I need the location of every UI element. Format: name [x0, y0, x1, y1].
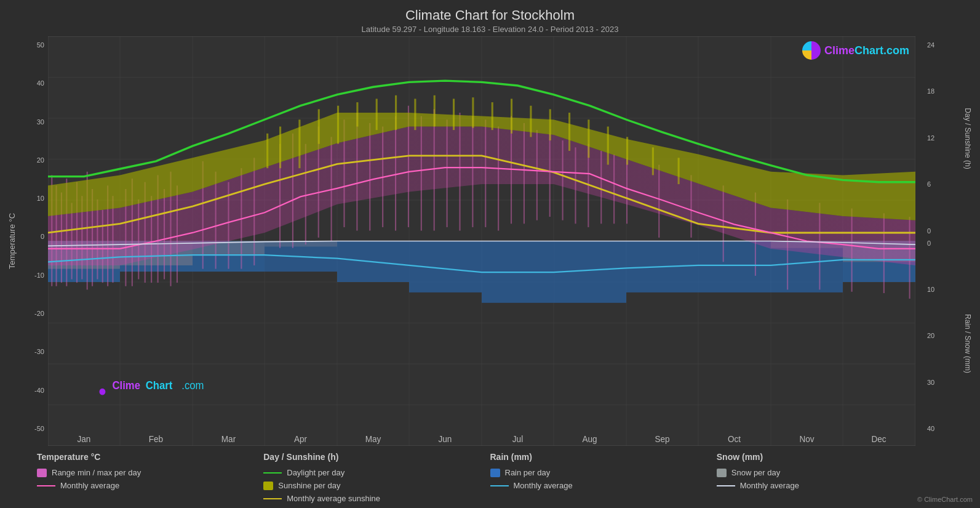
legend-sunshine-title: Day / Sunshine (h): [263, 452, 490, 462]
svg-text:Mar: Mar: [221, 434, 236, 445]
temp-avg-swatch: [37, 485, 55, 486]
svg-rect-73: [305, 144, 306, 244]
logo-text: ClimeChart.com: [824, 44, 909, 57]
svg-rect-84: [447, 119, 448, 227]
snow-avg-swatch: [717, 485, 735, 486]
chart-container: Climate Chart for Stockholm Latitude 59.…: [0, 0, 980, 508]
svg-rect-126: [588, 119, 589, 158]
svg-rect-122: [511, 99, 512, 133]
copyright: © ClimeChart.com: [917, 496, 973, 503]
svg-rect-91: [536, 130, 538, 220]
svg-rect-120: [472, 97, 474, 128]
legend-snow-avg: Monthly average: [717, 481, 943, 490]
legend-rain-per-day-label: Rain per day: [505, 468, 551, 477]
y-tick-right-bottom: 0: [925, 240, 955, 247]
right-top-axis: 24181260: [925, 41, 955, 237]
y-tick-right-bottom: 10: [925, 286, 955, 293]
svg-rect-92: [549, 134, 551, 217]
y-tick-left: 30: [25, 118, 47, 126]
svg-rect-111: [298, 119, 300, 168]
svg-rect-130: [678, 158, 680, 184]
rain-swatch: [490, 469, 500, 477]
chart-plot: Jan Feb Mar Apr May Jun Jul Aug Sep Oct …: [48, 36, 915, 446]
y-tick-left: 10: [25, 195, 47, 202]
svg-rect-115: [376, 99, 378, 130]
y-tick-left: 20: [25, 156, 47, 164]
legend-snow-title: Snow (mm): [717, 452, 943, 462]
svg-rect-70: [253, 158, 255, 265]
svg-rect-99: [658, 165, 659, 238]
right-top-title-container: Day / Sunshine (h): [955, 36, 980, 241]
svg-rect-59: [138, 200, 139, 280]
legend-temp-avg: Monthly average: [37, 481, 263, 490]
chart-body: Temperature °C 50403020100-10-20-30-40-5…: [0, 36, 980, 446]
svg-rect-34: [698, 241, 771, 292]
svg-rect-119: [453, 99, 455, 130]
svg-rect-61: [151, 196, 152, 283]
chart-svg: Jan Feb Mar Apr May Jun Jul Aug Sep Oct …: [48, 36, 915, 446]
svg-rect-63: [164, 189, 165, 280]
svg-rect-113: [337, 106, 339, 144]
svg-text:Jun: Jun: [439, 434, 452, 445]
svg-rect-96: [600, 151, 602, 224]
svg-rect-93: [562, 140, 564, 220]
svg-rect-125: [568, 113, 570, 151]
right-y-axes: 24181260 010203040: [925, 36, 955, 446]
legend-temp-avg-label: Monthly average: [60, 481, 119, 490]
temp-range-swatch: [37, 469, 47, 477]
svg-rect-103: [787, 200, 788, 290]
legend-sunshine-avg-label: Monthly average sunshine: [287, 494, 380, 503]
svg-rect-65: [177, 185, 178, 283]
sunshine-swatch: [263, 482, 273, 490]
y-tick-left: 0: [25, 233, 47, 240]
svg-text:Sep: Sep: [655, 434, 669, 445]
y-tick-left: -30: [25, 348, 47, 355]
right-axis-title-bottom: Rain / Snow (mm): [963, 282, 972, 405]
svg-rect-117: [414, 99, 416, 130]
legend-rain-per-day: Rain per day: [490, 468, 717, 477]
svg-text:Clime: Clime: [112, 379, 140, 392]
y-tick-left: 40: [25, 79, 47, 87]
legend-daylight-label: Daylight per day: [287, 468, 345, 477]
right-axis-spacer: [915, 36, 925, 446]
svg-text:Aug: Aug: [582, 434, 597, 445]
svg-rect-110: [279, 127, 281, 169]
svg-rect-88: [498, 127, 499, 231]
left-axis-title-container: Temperature °C: [0, 36, 25, 446]
legend-daylight: Daylight per day: [263, 468, 490, 477]
svg-rect-86: [472, 116, 473, 227]
y-tick-left: -20: [25, 310, 47, 317]
right-bottom-axis: 010203040: [925, 237, 955, 433]
svg-rect-87: [485, 119, 486, 227]
svg-rect-48: [71, 203, 73, 280]
snow-swatch: [717, 469, 727, 477]
legend-rain-title: Rain (mm): [490, 452, 717, 462]
svg-rect-121: [492, 102, 493, 130]
svg-rect-83: [434, 109, 435, 230]
y-tick-right-top: 18: [925, 87, 955, 95]
svg-rect-85: [459, 113, 460, 231]
svg-rect-90: [524, 123, 525, 224]
legend-rain: Rain (mm) Rain per day Monthly average: [490, 452, 717, 503]
svg-rect-104: [819, 203, 820, 290]
svg-text:Chart: Chart: [146, 379, 173, 392]
logo-clime: Clime: [824, 44, 855, 57]
svg-rect-128: [626, 137, 628, 164]
y-tick-right-top: 24: [925, 41, 955, 49]
svg-rect-112: [318, 109, 320, 143]
chart-header: Climate Chart for Stockholm Latitude 59.…: [0, 0, 980, 36]
svg-text:Dec: Dec: [871, 434, 886, 445]
y-tick-right-top: 0: [925, 227, 955, 235]
svg-rect-101: [723, 185, 724, 262]
logo-icon: [802, 41, 821, 60]
y-tick-left: -10: [25, 272, 47, 279]
legend-temperature: Temperature °C Range min / max per day M…: [37, 452, 263, 503]
y-tick-right-bottom: 40: [925, 425, 955, 432]
legend-sunshine-per-day-label: Sunshine per day: [278, 481, 340, 490]
y-tick-left: 50: [25, 41, 47, 49]
svg-text:Oct: Oct: [728, 434, 741, 445]
svg-rect-53: [97, 200, 98, 280]
right-axis-title-top: Day / Sunshine (h): [963, 77, 972, 200]
y-tick-right-bottom: 20: [925, 332, 955, 339]
svg-rect-109: [266, 134, 268, 168]
